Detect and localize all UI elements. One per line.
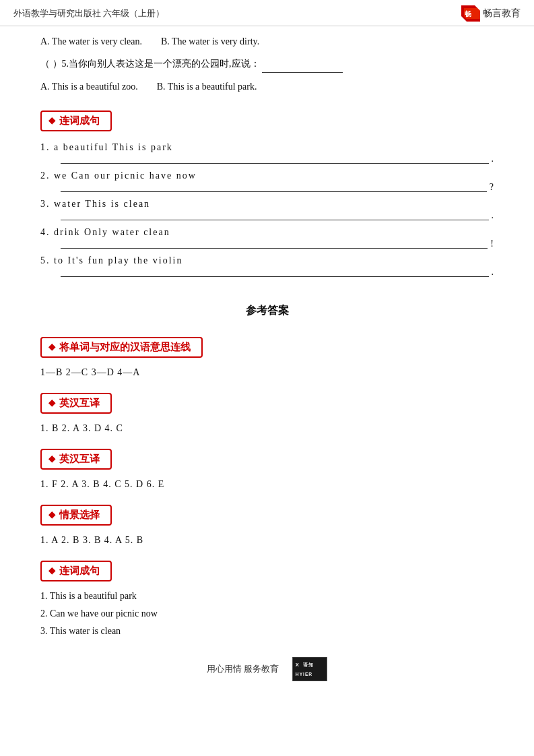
word-row-3-words: water This is clean (54, 199, 150, 209)
word-row-1-words: a beautiful This is park (54, 142, 173, 152)
choice-b-2: B. This is a beautiful park. (157, 82, 257, 92)
ref-answers-1: 1—B 2—C 3—D 4—A (40, 367, 494, 378)
diamond-icon-4: ◆ (48, 453, 55, 464)
ref-section-3-label: 英汉互译 (59, 453, 100, 466)
svg-text:语知: 语知 (304, 662, 314, 667)
word-row-4-num: 4. (40, 227, 51, 237)
section-box-1: ◆ 连词成句 (40, 101, 494, 138)
svg-text:畅: 畅 (465, 10, 471, 18)
footer-brand-icon: X 语知 HYIER (293, 657, 327, 681)
choice-b-1: B. The water is very dirty. (161, 36, 259, 46)
answer-line-3: . (61, 211, 494, 220)
header-title: 外语教学与研究出版社 六年级（上册） (13, 7, 164, 20)
ref-section-2-label: 英汉互译 (59, 397, 100, 410)
ref-section-5-label: 连词成句 (59, 565, 100, 577)
punct-5: . (492, 267, 494, 277)
ref-section-box-1: ◆ 将单词与对应的汉语意思连线 (40, 337, 203, 358)
ref-section-box-2: ◆ 英汉互译 (40, 393, 112, 414)
svg-text:X: X (296, 662, 300, 668)
answer-line-1: . (61, 154, 494, 164)
answer-line-5: . (61, 267, 494, 277)
answer-sentence-3: 3. This water is clean (40, 626, 494, 637)
question-5: （ ）5.当你向别人表达这是一个漂亮的公园时,应说： (40, 55, 494, 73)
ref-section-1-label: 将单词与对应的汉语意思连线 (59, 341, 191, 354)
answer-line-4: ! (61, 239, 494, 249)
section1-label: 连词成句 (59, 115, 100, 127)
ref-section-4-label: 情景选择 (59, 509, 100, 522)
ref-section-box-4: ◆ 情景选择 (40, 505, 112, 526)
question-5-line (262, 55, 343, 73)
ref-answers-4: 1. A 2. B 3. B 4. A 5. B (40, 535, 494, 546)
word-row-4-words: drink Only water clean (54, 227, 170, 237)
word-row-3: 3. water This is clean (40, 199, 494, 210)
question-5-text: （ ）5.当你向别人表达这是一个漂亮的公园时,应说： (40, 59, 260, 69)
footer-logo-icon: X 语知 HYIER (292, 657, 327, 681)
diamond-icon-2: ◆ (48, 342, 55, 352)
logo-icon: 畅 (461, 5, 480, 22)
diamond-icon-5: ◆ (48, 509, 55, 520)
ref-answers-3: 1. F 2. A 3. B 4. C 5. D 6. E (40, 479, 494, 490)
page-footer: 用心用情 服务教育 X 语知 HYIER (40, 657, 494, 681)
diamond-icon-6: ◆ (48, 565, 55, 576)
ref-section-box-3: ◆ 英汉互译 (40, 449, 112, 470)
ref-section-box-5: ◆ 连词成句 (40, 561, 112, 581)
choice-row-1: A. The water is very clean. B. The water… (40, 33, 494, 50)
answer-sentence-1: 1. This is a beautiful park (40, 591, 494, 602)
page-header: 外语教学与研究出版社 六年级（上册） 畅 畅言教育 (0, 0, 534, 26)
ref-section: 参考答案 ◆ 将单词与对应的汉语意思连线 1—B 2—C 3—D 4—A ◆ 英… (40, 297, 494, 637)
punct-4: ! (490, 239, 494, 249)
answer-line-3-line (61, 220, 489, 220)
ref-answers-2: 1. B 2. A 3. D 4. C (40, 423, 494, 434)
choice-a-1: A. The water is very clean. (40, 36, 142, 46)
ref-title: 参考答案 (40, 304, 494, 318)
punct-2: ? (490, 183, 494, 192)
choice-a-2: A. This is a beautiful zoo. (40, 82, 138, 92)
logo-text: 畅言教育 (483, 7, 521, 20)
svg-rect-3 (293, 657, 327, 681)
word-row-4: 4. drink Only water clean (40, 227, 494, 238)
word-row-1-num: 1. (40, 142, 51, 152)
answer-sentence-2: 2. Can we have our picnic now (40, 608, 494, 619)
answer-line-5-line (61, 276, 489, 277)
word-row-5: 5. to It's fun play the violin (40, 255, 494, 266)
punct-1: . (492, 154, 494, 164)
footer-text: 用心用情 服务教育 (207, 663, 279, 675)
word-row-3-num: 3. (40, 199, 51, 209)
choice-row-2: A. This is a beautiful zoo. B. This is a… (40, 78, 494, 95)
answer-line-2-line (61, 191, 487, 192)
punct-3: . (492, 211, 494, 220)
word-row-2-words: we Can our picnic have now (54, 170, 197, 181)
word-row-2: 2. we Can our picnic have now (40, 170, 494, 181)
diamond-icon-3: ◆ (48, 398, 55, 408)
answer-line-4-line (61, 248, 488, 249)
main-content: A. The water is very clean. B. The water… (0, 33, 534, 695)
header-logo: 畅 畅言教育 (461, 5, 521, 22)
word-row-5-num: 5. (40, 255, 51, 265)
answer-line-1-line (61, 163, 489, 164)
diamond-icon-1: ◆ (48, 115, 55, 126)
svg-text:HYIER: HYIER (296, 671, 312, 676)
word-row-5-words: to It's fun play the violin (54, 255, 182, 265)
word-row-2-num: 2. (40, 170, 51, 181)
word-row-1: 1. a beautiful This is park (40, 142, 494, 153)
answer-line-2: ? (61, 183, 494, 192)
